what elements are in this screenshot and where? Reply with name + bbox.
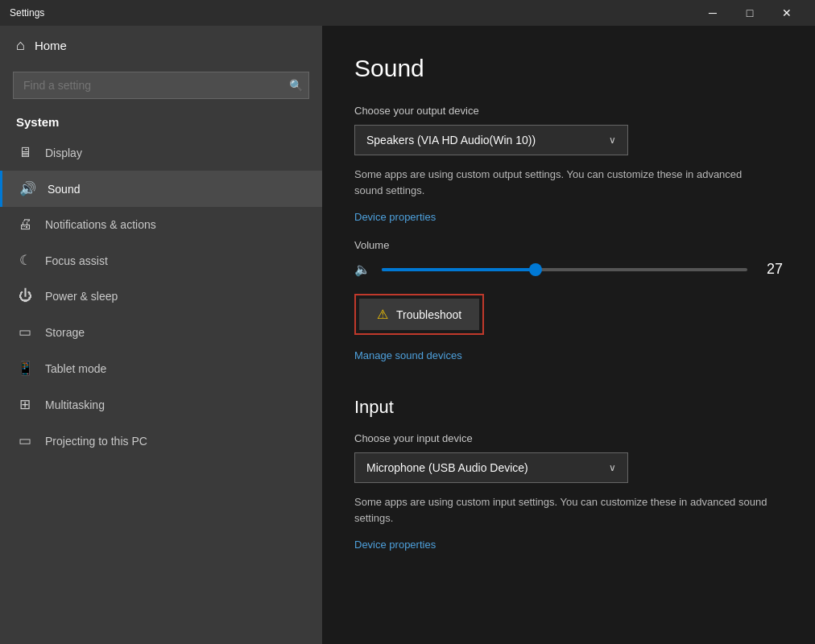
sidebar-item-label: Multitasking: [45, 398, 105, 411]
search-icon[interactable]: 🔍: [289, 79, 303, 92]
sidebar: ⌂ Home 🔍 System 🖥 Display 🔊 Sound 🖨 Noti…: [0, 26, 322, 644]
power-icon: ⏻: [16, 288, 34, 304]
maximize-button[interactable]: □: [731, 0, 768, 26]
sidebar-item-multitasking[interactable]: ⊞ Multitasking: [0, 386, 322, 423]
search-input[interactable]: [13, 72, 309, 99]
input-section: Input Choose your input device Microphon…: [354, 397, 783, 567]
sidebar-item-label: Tablet mode: [45, 362, 106, 375]
manage-sound-devices-link[interactable]: Manage sound devices: [354, 349, 462, 361]
content-area: Sound Choose your output device Speakers…: [322, 26, 815, 644]
focus-icon: ☾: [16, 252, 34, 269]
output-device-dropdown[interactable]: Speakers (VIA HD Audio(Win 10)) ∨: [354, 125, 628, 155]
close-button[interactable]: ✕: [768, 0, 805, 26]
display-icon: 🖥: [16, 145, 34, 161]
minimize-button[interactable]: ─: [694, 0, 731, 26]
sidebar-item-label: Sound: [48, 183, 80, 196]
output-device-value: Speakers (VIA HD Audio(Win 10)): [366, 134, 536, 147]
notifications-icon: 🖨: [16, 217, 34, 233]
home-label: Home: [35, 39, 67, 52]
storage-icon: ▭: [16, 324, 34, 341]
troubleshoot-label: Troubleshoot: [396, 308, 461, 321]
titlebar-title: Settings: [10, 7, 44, 19]
multitasking-icon: ⊞: [16, 396, 34, 413]
sidebar-item-label: Power & sleep: [45, 290, 118, 303]
page-title: Sound: [354, 55, 783, 82]
titlebar: Settings ─ □ ✕: [0, 0, 815, 26]
sidebar-item-power[interactable]: ⏻ Power & sleep: [0, 279, 322, 314]
sidebar-home-button[interactable]: ⌂ Home: [0, 26, 322, 65]
titlebar-controls: ─ □ ✕: [694, 0, 805, 26]
sidebar-item-label: Projecting to this PC: [45, 435, 147, 448]
volume-icon: 🔈: [354, 262, 370, 277]
section-divider: Manage sound devices: [354, 348, 783, 378]
troubleshoot-button[interactable]: ⚠ Troubleshoot: [359, 299, 479, 330]
dropdown-arrow-icon: ∨: [609, 462, 616, 473]
slider-thumb: [529, 263, 542, 276]
slider-track: [382, 268, 747, 271]
sidebar-item-projecting[interactable]: ▭ Projecting to this PC: [0, 423, 322, 459]
dropdown-arrow-icon: ∨: [609, 134, 616, 146]
slider-fill: [382, 268, 536, 271]
sidebar-item-label: Focus assist: [45, 254, 108, 267]
sound-icon: 🔊: [19, 180, 36, 197]
volume-slider[interactable]: [382, 262, 747, 278]
troubleshoot-highlight: ⚠ Troubleshoot: [354, 294, 484, 335]
input-device-properties-link[interactable]: Device properties: [354, 539, 436, 551]
sidebar-item-notifications[interactable]: 🖨 Notifications & actions: [0, 207, 322, 242]
input-info-text: Some apps are using custom input setting…: [354, 494, 773, 526]
sidebar-item-label: Storage: [45, 326, 85, 339]
sidebar-item-label: Notifications & actions: [45, 218, 156, 231]
app-container: ⌂ Home 🔍 System 🖥 Display 🔊 Sound 🖨 Noti…: [0, 26, 815, 644]
output-device-label: Choose your output device: [354, 105, 783, 117]
system-section-label: System: [0, 112, 322, 135]
input-device-value: Microphone (USB Audio Device): [366, 461, 528, 474]
volume-row: 🔈 27: [354, 261, 783, 278]
projecting-icon: ▭: [16, 432, 34, 449]
output-info-text: Some apps are using custom output settin…: [354, 167, 773, 198]
sidebar-item-storage[interactable]: ▭ Storage: [0, 314, 322, 350]
search-container: 🔍: [0, 65, 322, 112]
search-wrapper: 🔍: [13, 72, 309, 99]
sidebar-item-label: Display: [45, 147, 82, 159]
sidebar-item-tablet[interactable]: 📱 Tablet mode: [0, 350, 322, 386]
volume-section: Volume 🔈 27: [354, 239, 783, 278]
tablet-icon: 📱: [16, 360, 34, 377]
input-device-dropdown[interactable]: Microphone (USB Audio Device) ∨: [354, 452, 628, 483]
sidebar-item-focus[interactable]: ☾ Focus assist: [0, 242, 322, 279]
input-section-title: Input: [354, 397, 783, 418]
sidebar-item-sound[interactable]: 🔊 Sound: [0, 171, 322, 207]
warning-icon: ⚠: [377, 307, 388, 322]
volume-value: 27: [759, 261, 783, 278]
input-device-label: Choose your input device: [354, 432, 783, 444]
device-properties-link[interactable]: Device properties: [354, 211, 436, 223]
home-icon: ⌂: [16, 37, 25, 54]
volume-label: Volume: [354, 239, 783, 251]
sidebar-item-display[interactable]: 🖥 Display: [0, 135, 322, 171]
